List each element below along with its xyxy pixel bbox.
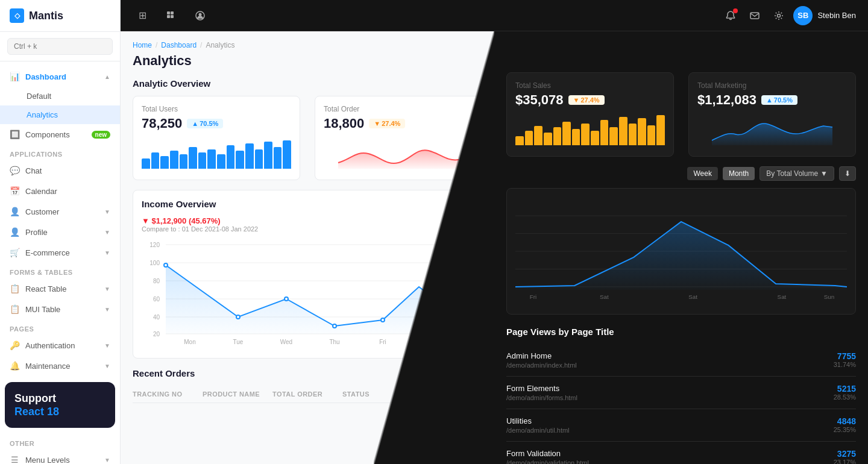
stat-badge-marketing: ▲ 70.5% bbox=[761, 95, 797, 105]
col-status: STATUS bbox=[342, 390, 412, 398]
svg-rect-6 bbox=[750, 13, 759, 19]
week-button[interactable]: Week bbox=[687, 167, 717, 180]
chevron-down-icon-6: ▼ bbox=[104, 342, 110, 349]
mail-icon[interactable] bbox=[745, 6, 764, 25]
arrow-down-icon: ▼ bbox=[374, 120, 380, 127]
notification-badge bbox=[733, 8, 738, 13]
stat-value-orders: 18,800 bbox=[324, 116, 364, 131]
chevron-down-icon-7: ▼ bbox=[104, 363, 110, 369]
pv-item-2: Utilities /demo/admin/util.html 4848 25.… bbox=[506, 409, 856, 442]
col-product: PRODUCT NAME bbox=[203, 390, 272, 398]
stat-value-users: 78,250 bbox=[142, 116, 182, 131]
page-views-title: Page Views by Page Title bbox=[506, 327, 856, 337]
income-controls: Week Month By Total Volume ▼ ⬇ bbox=[506, 166, 856, 181]
svg-point-30 bbox=[333, 324, 336, 328]
breadcrumb: Home / Dashboard / Analytics bbox=[133, 41, 482, 49]
profile-icon: 👤 bbox=[10, 227, 19, 237]
svg-text:Sat: Sat bbox=[414, 339, 423, 345]
svg-text:60: 60 bbox=[153, 296, 160, 303]
mui-table-icon: 📋 bbox=[10, 304, 19, 314]
sidebar-item-customer[interactable]: 👤 Customer ▼ bbox=[0, 201, 120, 222]
svg-text:80: 80 bbox=[153, 278, 160, 284]
col-total-amount: TOTAL AMOUNT bbox=[412, 390, 482, 398]
chevron-up-icon: ▲ bbox=[104, 74, 110, 80]
user-avatar[interactable]: SB Stebin Ben bbox=[793, 6, 856, 25]
sidebar-subitem-analytics[interactable]: Analytics bbox=[0, 105, 120, 124]
sidebar-item-components[interactable]: 🔲 Components new bbox=[0, 124, 120, 145]
components-icon: 🔲 bbox=[10, 130, 19, 139]
income-compare: Compare to : 01 Dec 2021-08 Jan 2022 bbox=[142, 225, 258, 233]
svg-text:Tue: Tue bbox=[233, 339, 244, 345]
breadcrumb-dashboard[interactable]: Dashboard bbox=[161, 41, 197, 49]
logo-text: Mantis bbox=[29, 10, 63, 22]
sidebar-item-label: Dashboard bbox=[25, 72, 66, 81]
breadcrumb-current: Analytics bbox=[206, 41, 234, 49]
svg-text:Sun: Sun bbox=[824, 293, 834, 300]
stat-badge-users: ▲ 70.5% bbox=[187, 119, 223, 128]
search-input[interactable] bbox=[7, 38, 113, 55]
sidebar-logo[interactable]: ◇ Mantis bbox=[0, 0, 120, 32]
menu-icon: ☰ bbox=[10, 455, 19, 464]
pv-item-1: Form Elements /demo/admin/forms.html 521… bbox=[506, 377, 856, 409]
sidebar-subitem-default[interactable]: Default bbox=[0, 87, 120, 105]
user-circle-icon[interactable] bbox=[190, 6, 210, 25]
svg-point-31 bbox=[381, 318, 385, 322]
download-button[interactable]: ⬇ bbox=[839, 166, 856, 181]
income-overview-card: Income Overview ▼ $1,12,900 (45.67%) Com… bbox=[133, 190, 482, 359]
svg-text:120: 120 bbox=[149, 242, 160, 248]
arrow-down-icon-2: ▼ bbox=[573, 96, 580, 104]
sidebar-item-ecommerce[interactable]: 🛒 E-commerce ▼ bbox=[0, 242, 120, 263]
chat-icon: 💬 bbox=[10, 166, 19, 175]
svg-rect-1 bbox=[171, 11, 174, 14]
content-area: Home / Dashboard / Analytics Analytics A… bbox=[121, 31, 868, 464]
sidebar-item-mui-table[interactable]: 📋 MUI Table ▼ bbox=[0, 299, 120, 319]
pv-item-0: Admin Home /demo/admin/index.html 7755 3… bbox=[506, 344, 856, 377]
menu-toggle-icon[interactable]: ⊞ bbox=[133, 6, 152, 25]
notification-icon[interactable] bbox=[721, 6, 740, 25]
chevron-down-icon: ▼ bbox=[104, 208, 110, 215]
svg-text:Thu: Thu bbox=[329, 339, 339, 345]
month-button[interactable]: Month bbox=[723, 167, 755, 180]
volume-button[interactable]: By Total Volume ▼ bbox=[760, 166, 834, 181]
svg-text:40: 40 bbox=[153, 314, 160, 321]
calendar-icon: 📅 bbox=[10, 186, 19, 196]
chevron-down-icon-4: ▼ bbox=[104, 286, 110, 292]
dark-chart-wrapper: Fri Sat Sat Sat Sun bbox=[506, 188, 856, 315]
svg-point-7 bbox=[778, 14, 781, 17]
svg-point-29 bbox=[285, 297, 288, 301]
svg-text:20: 20 bbox=[153, 331, 160, 337]
stat-card-marketing: Total Marketing $1,12,083 ▲ 70.5% bbox=[688, 72, 856, 157]
logo-icon: ◇ bbox=[10, 8, 24, 23]
income-amount: ▼ $1,12,900 (45.67%) bbox=[142, 216, 258, 225]
chevron-down-icon-8: ▼ bbox=[104, 457, 110, 463]
income-title: Income Overview bbox=[142, 199, 473, 209]
sidebar-item-chat[interactable]: 💬 Chat bbox=[0, 160, 120, 181]
svg-text:100: 100 bbox=[149, 260, 160, 266]
stat-value-sales: $35,078 bbox=[515, 92, 564, 108]
mini-chart-users bbox=[142, 139, 291, 169]
sidebar-item-profile[interactable]: 👤 Profile ▼ bbox=[0, 222, 120, 242]
settings-icon[interactable] bbox=[769, 6, 788, 25]
stat-card-sales: Total Sales $35,078 ▼ 27.4% bbox=[506, 72, 674, 157]
section-pages: Pages bbox=[0, 319, 120, 335]
sidebar-item-authentication[interactable]: 🔑 Authentication ▼ bbox=[0, 335, 120, 356]
apps-icon[interactable] bbox=[162, 6, 181, 25]
sidebar-item-maintenance[interactable]: 🔔 Maintenance ▼ bbox=[0, 356, 120, 376]
sidebar-item-react-table[interactable]: 📋 React Table ▼ bbox=[0, 278, 120, 299]
mini-chart-sales bbox=[515, 115, 665, 145]
avatar-initials: SB bbox=[793, 6, 813, 25]
sidebar-item-dashboard[interactable]: 📊 Dashboard ▲ bbox=[0, 66, 120, 87]
svg-point-28 bbox=[236, 315, 240, 319]
support-title: Support bbox=[14, 392, 105, 406]
sidebar-item-calendar[interactable]: 📅 Calendar bbox=[0, 181, 120, 201]
svg-text:Wed: Wed bbox=[280, 339, 292, 345]
stat-card-orders: Total Order 18,800 ▼ 27.4% bbox=[315, 96, 482, 180]
svg-text:Mon: Mon bbox=[184, 339, 195, 345]
section-applications: Applications bbox=[0, 145, 120, 160]
stat-label-users: Total Users bbox=[142, 105, 291, 113]
col-total-order: TOTAL ORDER bbox=[272, 390, 342, 398]
section-forms-tables: Forms & Tables bbox=[0, 263, 120, 278]
sidebar-item-menu-levels[interactable]: ☰ Menu Levels ▼ bbox=[0, 450, 120, 464]
support-banner[interactable]: Support React 18 bbox=[5, 382, 115, 428]
breadcrumb-home[interactable]: Home bbox=[133, 41, 152, 49]
